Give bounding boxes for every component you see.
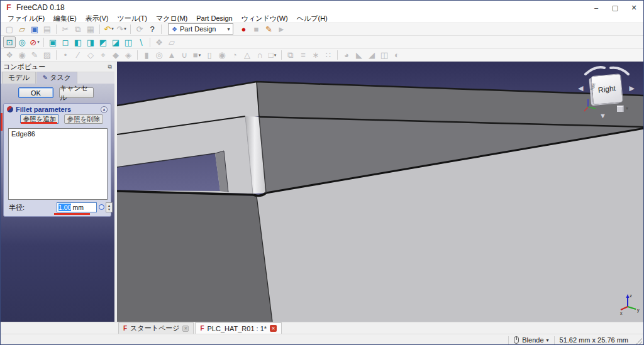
zoom-selection-icon[interactable]: ◎ bbox=[16, 36, 28, 48]
freecad-window: F FreeCAD 0.18 – ▢ ✕ ファイル(F)編集(E)表示(V)ツー… bbox=[0, 0, 644, 345]
tab-model[interactable]: モデル bbox=[2, 72, 36, 84]
axis-label-x: x bbox=[620, 311, 623, 315]
toolbar-separator bbox=[150, 38, 150, 47]
navigation-cube[interactable]: ◀ ▶ ▼ Front Right ▾ bbox=[578, 64, 636, 122]
float-panel-icon[interactable]: ⧉ bbox=[108, 63, 112, 70]
rotate-down-icon[interactable]: ▼ bbox=[599, 112, 606, 119]
toolbar-separator bbox=[99, 25, 100, 34]
draw-style-icon[interactable]: ⊘▾ bbox=[28, 36, 41, 48]
view-front-icon[interactable]: ◻ bbox=[59, 36, 72, 48]
tab-tasks[interactable]: ✎ タスク bbox=[36, 72, 77, 84]
create-part-icon: ❖ bbox=[153, 36, 165, 48]
save-icon[interactable]: ▣ bbox=[28, 23, 41, 35]
hole-icon: ◉ bbox=[216, 50, 228, 61]
edit-sketch-icon: ✎ bbox=[28, 50, 41, 61]
create-group-icon: ▱ bbox=[165, 36, 178, 48]
annotation-underline-radius bbox=[54, 213, 90, 215]
datum-point-icon: • bbox=[59, 50, 72, 61]
draw-style-icon-dropdown[interactable]: ▾ bbox=[37, 40, 40, 45]
copy-icon: ⧉ bbox=[72, 23, 84, 35]
macro-edit-icon[interactable]: ✎ bbox=[262, 23, 275, 35]
nav-cube-settings-icon[interactable] bbox=[617, 106, 624, 112]
pen-icon: ✎ bbox=[43, 74, 48, 81]
view-bottom-icon[interactable]: ◪ bbox=[109, 36, 122, 48]
tab-document-plc-hat[interactable]: F PLC_HAT_R01 : 1* ✕ bbox=[195, 322, 282, 334]
view-top-icon[interactable]: ◧ bbox=[72, 36, 84, 48]
nav-cube-right-face[interactable]: Right bbox=[597, 84, 616, 94]
fillet-icon: ◕ bbox=[340, 50, 353, 61]
nav-cube-axes-icon bbox=[583, 97, 599, 113]
close-tab-icon[interactable]: ✕ bbox=[270, 325, 277, 332]
nav-cube-menu-chevron-icon[interactable]: ▾ bbox=[626, 106, 628, 111]
boolean-icon: ◐ bbox=[391, 50, 403, 61]
menu-item-6[interactable]: ウィンドウ(W) bbox=[237, 14, 292, 23]
minimize-button[interactable]: – bbox=[587, 1, 606, 14]
rotate-left-icon[interactable]: ◀ bbox=[578, 84, 583, 92]
whats-this-icon[interactable]: ? bbox=[146, 23, 158, 35]
refresh-icon: ⟳ bbox=[133, 23, 146, 35]
collapse-icon[interactable]: ▲ bbox=[101, 106, 108, 113]
undo-icon[interactable]: ↶▾ bbox=[103, 23, 115, 35]
clone-icon: ◈ bbox=[122, 50, 135, 61]
remove-reference-button[interactable]: 参照を削除 bbox=[64, 114, 103, 124]
chevron-down-icon[interactable]: ▾ bbox=[547, 337, 549, 343]
freecad-app-icon: F bbox=[4, 3, 13, 12]
measure-distance-icon[interactable]: ∖ bbox=[135, 36, 147, 48]
radius-row: 半径: 1.00 mm ▲▼ bbox=[4, 202, 111, 212]
menu-item-5[interactable]: Part Design bbox=[192, 14, 236, 22]
view-rear-icon[interactable]: ◩ bbox=[97, 36, 109, 48]
fit-all-icon[interactable]: ⊡ bbox=[3, 36, 16, 48]
menu-item-0[interactable]: ファイル(F) bbox=[3, 14, 49, 23]
macro-record-icon[interactable]: ● bbox=[237, 23, 250, 35]
freecad-tab-icon: F bbox=[200, 325, 204, 332]
reference-list[interactable]: Edge86 bbox=[8, 128, 108, 200]
nav-style-selector[interactable]: Blende bbox=[522, 336, 543, 344]
model-lower-left-face[interactable] bbox=[117, 191, 272, 322]
subtractive-loft-icon: △ bbox=[241, 50, 253, 61]
cancel-button[interactable]: キャンセル bbox=[59, 87, 94, 98]
chevron-down-icon: ▾ bbox=[227, 26, 230, 32]
maximize-button[interactable]: ▢ bbox=[606, 1, 625, 14]
create-sketch-icon: ◉ bbox=[16, 50, 28, 61]
combo-view-title: コンボビュー bbox=[3, 62, 45, 72]
view-axonometric-icon[interactable]: ▣ bbox=[47, 36, 59, 48]
menu-item-1[interactable]: 編集(E) bbox=[49, 14, 81, 23]
menu-item-3[interactable]: ツール(T) bbox=[113, 14, 152, 23]
3d-viewport[interactable]: z x y ◀ ▶ ▼ Front Right ▾ bbox=[117, 62, 644, 322]
part-design-workbench-icon: ❖ bbox=[172, 26, 177, 33]
nav-cube-front-face[interactable]: Front bbox=[590, 83, 596, 91]
workbench-selector[interactable]: ❖ Part Design ▾ bbox=[168, 23, 233, 35]
view-right-icon[interactable]: ◨ bbox=[84, 36, 97, 48]
radius-spinner[interactable]: ▲▼ bbox=[106, 202, 113, 212]
rotate-right-icon[interactable]: ▶ bbox=[630, 84, 635, 92]
subtractive-pipe-icon: ∩ bbox=[253, 50, 266, 61]
close-button[interactable]: ✕ bbox=[625, 1, 643, 14]
menu-item-2[interactable]: 表示(V) bbox=[81, 14, 113, 23]
annotation-mark-left-edge bbox=[1, 113, 3, 131]
reference-list-item[interactable]: Edge86 bbox=[11, 130, 104, 138]
combo-view-panel: コンボビュー ⧉ モデル ✎ タスク OK キャンセル Fillet param… bbox=[1, 62, 114, 322]
additive-primitive-icon: ■▾ bbox=[191, 50, 203, 61]
linear-pattern-icon: ≡ bbox=[297, 50, 309, 61]
menu-item-7[interactable]: ヘルプ(H) bbox=[292, 14, 332, 23]
groove-icon: ◔ bbox=[228, 50, 241, 61]
toolbar-separator bbox=[337, 50, 338, 60]
view-left-icon[interactable]: ◫ bbox=[122, 36, 135, 48]
menu-item-4[interactable]: マクロ(M) bbox=[152, 14, 192, 23]
view-dimensions: 51.62 mm x 25.76 mm bbox=[560, 336, 628, 344]
radius-input[interactable]: 1.00 mm bbox=[57, 202, 97, 212]
expression-editor-icon[interactable] bbox=[99, 204, 104, 210]
close-tab-icon[interactable]: ✕ bbox=[182, 326, 189, 332]
title-bar[interactable]: F FreeCAD 0.18 – ▢ ✕ bbox=[1, 1, 643, 14]
toolbar-separator bbox=[56, 50, 57, 60]
open-file-icon[interactable]: ▱ bbox=[16, 23, 28, 35]
tab-start-page[interactable]: F スタートページ ✕ bbox=[118, 322, 194, 334]
toolbar-part-design: ❖◉✎▨•∕◇⌖◆◈▮◎▲∪■▾▯◉◔△∩□▾⧉≡∗∷◕◣◢◫◐ bbox=[1, 49, 643, 62]
subtractive-primitive-icon: □▾ bbox=[266, 50, 279, 61]
revolve-icon: ◎ bbox=[153, 50, 165, 61]
undo-icon-dropdown[interactable]: ▾ bbox=[111, 26, 114, 31]
chamfer-icon: ◣ bbox=[353, 50, 365, 61]
toolbar-view: ⊡◎⊘▾▣◻◧◨◩◪◫∖❖▱ bbox=[1, 36, 643, 49]
ok-button[interactable]: OK bbox=[18, 87, 53, 98]
resize-grip[interactable] bbox=[635, 338, 642, 345]
